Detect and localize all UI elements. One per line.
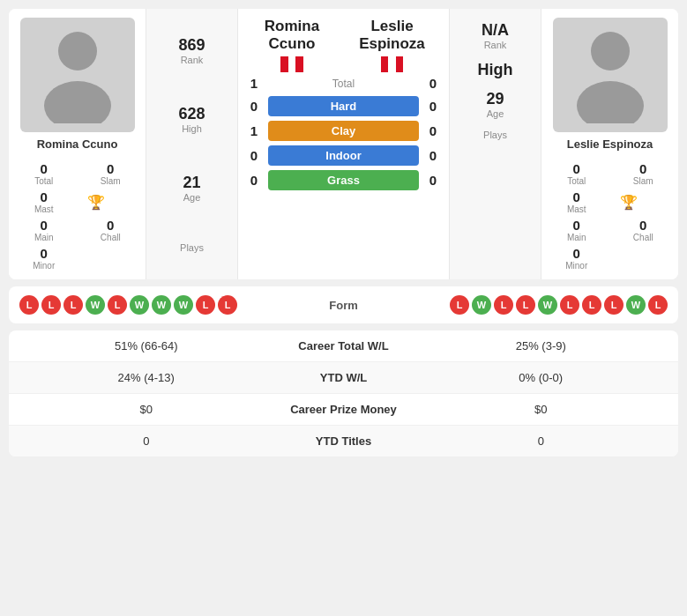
right-form-badges-badge-1: W: [472, 295, 491, 315]
left-main-label: Main: [34, 233, 54, 242]
left-form-badges-badge-5: W: [130, 295, 149, 315]
right-plays-label: Plays: [483, 130, 507, 140]
right-form-badges-badge-3: L: [516, 295, 535, 315]
left-form-badges-badge-8: L: [196, 295, 215, 315]
left-player-stats: 0 Total 0 Slam 0 Mast 🏆 0 Main: [16, 161, 138, 271]
right-total-stat: 0 Total: [549, 161, 605, 186]
court-row-clay: 1 Clay 0: [243, 121, 444, 141]
right-minor-label: Minor: [565, 261, 587, 271]
left-high-value: 628: [178, 105, 205, 123]
stats-left-3: 0: [19, 434, 273, 448]
right-form-badges-badge-8: W: [626, 295, 646, 315]
main-container: Romina Ccuno 0 Total 0 Slam 0 Mast 🏆: [0, 0, 687, 465]
court-row-grass: 0 Grass 0: [243, 170, 444, 190]
left-chall-label: Chall: [101, 233, 121, 242]
right-minor-value: 0: [573, 246, 580, 261]
left-total-value: 0: [41, 161, 48, 176]
right-slam-stat: 0 Slam: [616, 161, 672, 186]
left-slam-value: 0: [107, 161, 114, 176]
right-player-name: Leslie Espinoza: [567, 137, 653, 151]
right-player-panel: Leslie Espinoza 0 Total 0 Slam 0 Mast 🏆: [541, 9, 678, 279]
court-badge-clay: Clay: [268, 121, 419, 141]
svg-point-0: [58, 32, 97, 71]
stats-center-1: YTD W/L: [273, 371, 414, 384]
right-slam-label: Slam: [633, 176, 653, 186]
left-player-avatar: [20, 18, 135, 132]
right-main-label: Main: [567, 233, 586, 242]
court-left-score-clay: 1: [243, 123, 265, 138]
stats-left-1: 24% (4-13): [19, 371, 273, 384]
right-form-badges-badge-4: W: [538, 295, 557, 315]
left-player-name: Romina Ccuno: [37, 137, 118, 151]
right-player-stats: 0 Total 0 Slam 0 Mast 🏆 0 Main: [549, 161, 671, 271]
right-mid-stats: N/A Rank High 29 Age Plays: [449, 9, 541, 279]
court-left-score-grass: 0: [243, 173, 265, 188]
right-chall-label: Chall: [633, 233, 653, 242]
right-flag: [381, 56, 404, 72]
right-minor-stat: 0 Minor: [549, 246, 605, 271]
left-form-badges-badge-2: L: [63, 295, 83, 315]
stats-center-3: YTD Titles: [273, 434, 414, 448]
left-total-score: 1: [243, 76, 265, 91]
left-minor-stat: 0 Minor: [16, 246, 72, 271]
left-age-label: Age: [183, 192, 201, 203]
right-total-value: 0: [573, 161, 580, 176]
left-player-name-top: Romina Ccuno: [243, 18, 340, 72]
court-badge-hard: Hard: [268, 96, 419, 116]
right-high-block: High: [478, 56, 513, 85]
right-plays-block: Plays: [483, 124, 507, 145]
right-slam-value: 0: [639, 161, 646, 176]
right-trophy: 🏆: [616, 189, 642, 214]
stats-row-3: 0 YTD Titles 0: [9, 426, 678, 456]
left-mast-value: 0: [41, 189, 48, 204]
left-chall-value: 0: [107, 218, 114, 233]
court-right-score-hard: 0: [422, 99, 444, 114]
stats-row-1: 24% (4-13) YTD W/L 0% (0-0): [9, 362, 678, 394]
court-rows: 0 Hard 0 1 Clay 0 0 Indoor 0 0 Grass 0: [243, 96, 444, 190]
right-chall-value: 0: [639, 218, 646, 233]
right-mast-stat: 0 Mast: [549, 189, 605, 214]
right-main-value: 0: [573, 218, 580, 233]
right-age-label: Age: [487, 108, 504, 119]
stats-right-0: 25% (3-9): [414, 339, 668, 353]
right-age-value: 29: [486, 90, 504, 108]
left-mast-label: Mast: [34, 204, 54, 214]
svg-point-3: [577, 81, 644, 123]
form-label: Form: [309, 299, 379, 312]
left-plays-label: Plays: [180, 242, 204, 253]
svg-point-2: [591, 32, 630, 71]
left-trophy: 🏆: [83, 189, 109, 214]
left-form-badges: LLLWLWWWLL: [19, 295, 237, 315]
right-form-badges-badge-6: L: [582, 295, 601, 315]
stats-left-2: $0: [19, 403, 273, 416]
stats-right-2: $0: [414, 403, 668, 416]
stats-center-2: Career Prize Money: [273, 403, 414, 416]
stats-left-0: 51% (66-64): [19, 339, 273, 353]
left-mast-stat: 0 Mast: [16, 189, 72, 214]
left-form-badges-badge-6: W: [152, 295, 171, 315]
left-plays-block: Plays: [180, 237, 204, 258]
right-high-value: High: [478, 61, 513, 79]
left-form-badges-badge-4: L: [108, 295, 127, 315]
right-form-badges: LWLLWLLLWL: [450, 295, 668, 315]
left-slam-label: Slam: [101, 176, 121, 186]
stats-row-0: 51% (66-64) Career Total W/L 25% (3-9): [9, 330, 678, 362]
center-section: Romina Ccuno Leslie Espinoza: [238, 9, 449, 279]
left-high-block: 628 High: [178, 100, 205, 139]
total-label: Total: [265, 78, 422, 90]
left-age-block: 21 Age: [183, 168, 200, 208]
court-row-indoor: 0 Indoor 0: [243, 145, 444, 166]
left-rank-block: 869 Rank: [178, 31, 205, 71]
left-high-label: High: [182, 123, 202, 134]
right-chall-stat: 0 Chall: [616, 218, 672, 242]
stats-center-0: Career Total W/L: [273, 339, 414, 353]
left-total-label: Total: [34, 176, 53, 186]
svg-point-1: [44, 81, 111, 123]
right-form-badges-badge-7: L: [604, 295, 624, 315]
right-total-label: Total: [567, 176, 586, 186]
left-chall-stat: 0 Chall: [83, 218, 139, 242]
stats-right-1: 0% (0-0): [414, 371, 668, 384]
court-left-score-hard: 0: [243, 99, 265, 114]
right-rank-block: N/A Rank: [482, 16, 509, 56]
left-trophy-icon: 🏆: [87, 194, 105, 211]
